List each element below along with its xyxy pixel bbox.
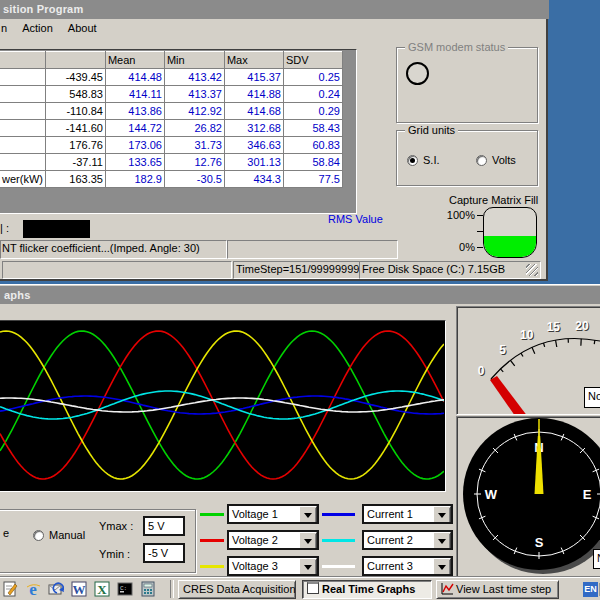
table-header-cell[interactable]: Mean xyxy=(105,52,164,69)
table-cell[interactable] xyxy=(0,103,45,120)
table-cell[interactable]: -37.11 xyxy=(45,154,105,171)
table-row[interactable]: 548.83414.11413.37414.880.24 xyxy=(0,86,342,103)
table-cell[interactable]: 413.37 xyxy=(164,86,224,103)
ymin-input[interactable] xyxy=(143,543,185,563)
table-cell[interactable]: 414.11 xyxy=(105,86,164,103)
word-icon[interactable]: W xyxy=(71,581,87,597)
combo-dropdown-arrow[interactable] xyxy=(299,558,317,576)
table-header-cell[interactable]: Max xyxy=(224,52,283,69)
radio-si[interactable] xyxy=(407,155,418,166)
table-cell[interactable] xyxy=(0,69,45,86)
table-cell[interactable]: -110.84 xyxy=(45,103,105,120)
table-cell[interactable]: 173.06 xyxy=(105,137,164,154)
table-cell[interactable]: 434.3 xyxy=(224,171,283,188)
ms-dos-icon[interactable]: C: xyxy=(117,581,133,597)
table-header-cell[interactable]: SDV xyxy=(283,52,342,69)
table-header-cell[interactable] xyxy=(0,52,45,69)
table-cell[interactable]: 346.63 xyxy=(224,137,283,154)
legend-combo-voltage-1[interactable]: Voltage 1 xyxy=(227,504,319,524)
table-cell[interactable] xyxy=(0,154,45,171)
table-cell[interactable]: 0.24 xyxy=(283,86,342,103)
table-cell[interactable]: -30.5 xyxy=(164,171,224,188)
table-cell[interactable]: 31.73 xyxy=(164,137,224,154)
compass-cardinal: W xyxy=(485,487,498,502)
table-cell[interactable] xyxy=(0,120,45,137)
partial-radio-label[interactable]: e xyxy=(3,527,9,539)
acquisition-window-titlebar[interactable]: sition Program xyxy=(0,0,549,19)
ymax-input[interactable] xyxy=(143,516,185,536)
table-cell[interactable] xyxy=(0,86,45,103)
table-cell[interactable]: 26.82 xyxy=(164,120,224,137)
taskbar-button-view-last[interactable]: View Last time step xyxy=(436,580,559,599)
legend-combo-voltage-2[interactable]: Voltage 2 xyxy=(227,530,319,550)
table-cell[interactable]: 12.76 xyxy=(164,154,224,171)
radio-volts-label[interactable]: Volts xyxy=(492,154,516,166)
menu-item-action[interactable]: Action xyxy=(16,19,59,37)
table-cell[interactable]: 163.35 xyxy=(45,171,105,188)
radio-manual-label[interactable]: Manual xyxy=(49,529,85,541)
table-cell[interactable]: 60.83 xyxy=(283,137,342,154)
excel-icon[interactable]: X xyxy=(94,581,110,597)
table-cell[interactable]: 176.76 xyxy=(45,137,105,154)
combo-dropdown-arrow[interactable] xyxy=(433,558,451,576)
combo-dropdown-arrow[interactable] xyxy=(433,506,451,524)
table-cell[interactable]: 77.5 xyxy=(283,171,342,188)
stats-table-frame: MeanMinMaxSDV-439.45414.48413.42415.370.… xyxy=(0,49,357,214)
internet-explorer-icon[interactable]: e xyxy=(25,581,41,597)
table-cell[interactable]: 144.72 xyxy=(105,120,164,137)
legend-combo-current-1[interactable]: Current 1 xyxy=(362,504,453,524)
table-cell[interactable]: 133.65 xyxy=(105,154,164,171)
table-cell[interactable]: 0.29 xyxy=(283,103,342,120)
taskbar-button-cres[interactable]: CRES Data Acquisition... xyxy=(178,580,296,599)
statusbar-timestep-panel: TimeStep=151/99999999 xyxy=(233,261,360,279)
radio-volts[interactable] xyxy=(476,155,487,166)
taskbar-button-realtime-graphs[interactable]: Real Time Graphs xyxy=(302,580,432,599)
menu-item-about[interactable]: About xyxy=(62,19,103,37)
legend-combo-value: Voltage 3 xyxy=(232,560,278,572)
compose-icon[interactable] xyxy=(2,581,18,597)
table-row[interactable]: wer(kW)163.35182.9-30.5434.377.5 xyxy=(0,171,342,188)
table-cell[interactable]: 414.68 xyxy=(224,103,283,120)
table-cell[interactable]: 312.68 xyxy=(224,120,283,137)
table-cell[interactable]: 415.37 xyxy=(224,69,283,86)
radio-si-label[interactable]: S.I. xyxy=(423,154,440,166)
legend-combo-voltage-3[interactable]: Voltage 3 xyxy=(227,556,319,576)
table-row[interactable]: -141.60144.7226.82312.6858.43 xyxy=(0,120,342,137)
resize-grip[interactable] xyxy=(526,264,538,276)
legend-combo-current-3[interactable]: Current 3 xyxy=(362,556,453,576)
menu-item-partial[interactable]: n xyxy=(0,19,13,37)
table-row[interactable]: 176.76173.0631.73346.6360.83 xyxy=(0,137,342,154)
oscilloscope-svg xyxy=(0,321,444,489)
table-cell[interactable]: 414.48 xyxy=(105,69,164,86)
table-cell[interactable]: -141.60 xyxy=(45,120,105,137)
table-cell[interactable]: 413.42 xyxy=(164,69,224,86)
language-indicator[interactable]: EN xyxy=(583,582,598,597)
table-cell[interactable]: -439.45 xyxy=(45,69,105,86)
table-cell[interactable]: 182.9 xyxy=(105,171,164,188)
calculator-icon[interactable] xyxy=(140,581,156,597)
table-row[interactable]: -110.84413.86412.92414.680.29 xyxy=(0,103,342,120)
mail-icon[interactable] xyxy=(48,581,64,597)
table-row[interactable]: -439.45414.48413.42415.370.25 xyxy=(0,69,342,86)
combo-dropdown-arrow[interactable] xyxy=(299,506,317,524)
gauge-tick-label: 10 xyxy=(520,328,534,342)
table-cell[interactable]: 413.86 xyxy=(105,103,164,120)
graphs-window-titlebar[interactable]: aphs xyxy=(0,286,600,304)
table-header-cell[interactable] xyxy=(45,52,105,69)
radio-manual[interactable] xyxy=(33,530,44,541)
table-row[interactable]: -37.11133.6512.76301.1358.84 xyxy=(0,154,342,171)
table-cell[interactable]: 0.25 xyxy=(283,69,342,86)
table-cell[interactable]: 58.84 xyxy=(283,154,342,171)
table-header-cell[interactable]: Min xyxy=(164,52,224,69)
table-cell[interactable]: 548.83 xyxy=(45,86,105,103)
legend-combo-current-2[interactable]: Current 2 xyxy=(362,530,453,550)
table-cell[interactable]: 301.13 xyxy=(224,154,283,171)
combo-dropdown-arrow[interactable] xyxy=(433,532,451,550)
table-cell[interactable]: 414.88 xyxy=(224,86,283,103)
table-cell[interactable]: wer(kW) xyxy=(0,171,45,188)
statusbar-disk-panel: Free Disk Space (C:) 7.15GB xyxy=(359,261,541,279)
table-cell[interactable]: 58.43 xyxy=(283,120,342,137)
table-cell[interactable] xyxy=(0,137,45,154)
table-cell[interactable]: 412.92 xyxy=(164,103,224,120)
combo-dropdown-arrow[interactable] xyxy=(299,532,317,550)
